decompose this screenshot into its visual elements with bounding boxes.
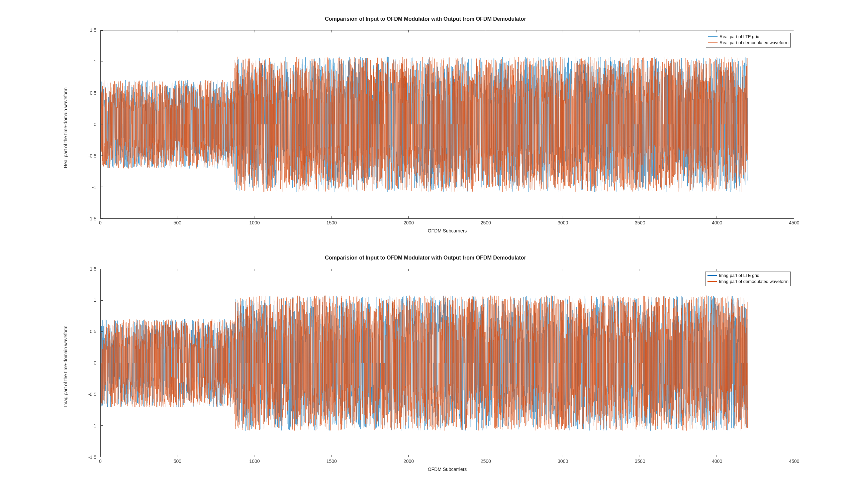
x-tick-label: 3500 bbox=[635, 458, 645, 464]
x-tick-mark bbox=[331, 31, 332, 33]
subplot-real: Comparision of Input to OFDM Modulator w… bbox=[40, 13, 811, 252]
plot-box-imag[interactable] bbox=[101, 269, 794, 457]
x-tick-mark bbox=[563, 216, 563, 218]
x-tick-mark bbox=[331, 269, 332, 271]
x-tick-label: 1500 bbox=[326, 220, 337, 226]
x-ticks-real: 050010001500200025003000350040004500 bbox=[101, 220, 794, 226]
x-tick-mark bbox=[409, 216, 409, 218]
y-tick-mark bbox=[101, 124, 102, 124]
y-ticks-real: -1.5-1-0.500.511.5 bbox=[80, 30, 98, 219]
x-tick-mark bbox=[794, 31, 794, 33]
x-tick-label: 2500 bbox=[481, 458, 491, 464]
ylabel-real: Real part of the time-domain waveform bbox=[63, 87, 68, 168]
plot-svg-imag bbox=[101, 269, 794, 457]
legend-entry[interactable]: Real part of demodulated waveform bbox=[708, 40, 789, 46]
y-tick-mark bbox=[101, 457, 102, 457]
legend-swatch bbox=[708, 42, 718, 43]
y-tick-label: 0.5 bbox=[80, 90, 96, 96]
x-tick-mark bbox=[639, 216, 640, 218]
y-tick-label: -1.5 bbox=[80, 454, 96, 460]
x-tick-mark bbox=[717, 216, 717, 218]
x-tick-label: 500 bbox=[174, 220, 181, 226]
x-tick-label: 1000 bbox=[249, 220, 259, 226]
x-tick-mark bbox=[486, 269, 486, 271]
x-tick-mark bbox=[255, 455, 255, 457]
y-tick-mark bbox=[101, 218, 102, 218]
y-tick-label: 1.5 bbox=[80, 28, 96, 33]
y-tick-label: 0 bbox=[80, 122, 96, 127]
y-tick-mark bbox=[101, 31, 102, 31]
legend-entry[interactable]: Imag part of demodulated waveform bbox=[707, 278, 789, 285]
y-tick-label: 1.5 bbox=[80, 266, 96, 272]
x-ticks-imag: 050010001500200025003000350040004500 bbox=[101, 458, 794, 465]
y-tick-mark bbox=[101, 156, 102, 156]
legend-label: Imag part of LTE grid bbox=[719, 273, 759, 278]
y-tick-label: 1 bbox=[80, 297, 96, 303]
figure-page: Comparision of Input to OFDM Modulator w… bbox=[0, 0, 851, 504]
x-tick-label: 3500 bbox=[635, 220, 645, 226]
x-tick-mark bbox=[717, 269, 717, 271]
y-tick-mark bbox=[101, 93, 102, 93]
plot-svg-real bbox=[101, 31, 794, 218]
x-tick-label: 1000 bbox=[249, 458, 259, 464]
x-tick-mark bbox=[486, 455, 486, 457]
x-tick-label: 4000 bbox=[712, 220, 722, 226]
y-tick-mark bbox=[101, 331, 102, 332]
x-tick-label: 500 bbox=[174, 458, 181, 464]
y-tick-label: -0.5 bbox=[80, 392, 96, 397]
legend-swatch bbox=[708, 36, 718, 37]
x-tick-label: 4500 bbox=[789, 458, 799, 464]
y-tick-label: 0 bbox=[80, 360, 96, 365]
y-tick-mark bbox=[101, 300, 102, 301]
x-tick-label: 3000 bbox=[558, 220, 568, 226]
plot-box-real[interactable] bbox=[101, 30, 794, 219]
legend-swatch bbox=[707, 281, 717, 282]
y-tick-mark bbox=[101, 363, 102, 363]
x-tick-mark bbox=[794, 455, 794, 457]
y-tick-label: 1 bbox=[80, 59, 96, 64]
x-tick-label: 0 bbox=[99, 220, 102, 226]
x-tick-label: 2500 bbox=[481, 220, 491, 226]
x-tick-label: 0 bbox=[99, 458, 102, 464]
y-tick-mark bbox=[101, 269, 102, 269]
legend-label: Imag part of demodulated waveform bbox=[719, 278, 789, 285]
x-tick-mark bbox=[178, 455, 178, 457]
x-tick-mark bbox=[563, 31, 563, 33]
x-tick-label: 4500 bbox=[789, 220, 799, 226]
y-tick-mark bbox=[101, 61, 102, 62]
x-tick-mark bbox=[717, 455, 717, 457]
x-tick-mark bbox=[409, 31, 409, 33]
legend-entry[interactable]: Imag part of LTE grid bbox=[707, 273, 789, 278]
axes-imag[interactable]: Imag part of the time-domain waveform -1… bbox=[80, 262, 801, 471]
x-tick-mark bbox=[563, 269, 563, 271]
x-tick-mark bbox=[794, 269, 794, 271]
x-tick-mark bbox=[717, 31, 717, 33]
ylabel-imag: Imag part of the time-domain waveform bbox=[63, 325, 68, 407]
subplot-imag-title: Comparision of Input to OFDM Modulator w… bbox=[40, 255, 811, 261]
legend-entry[interactable]: Real part of LTE grid bbox=[708, 34, 789, 40]
x-tick-mark bbox=[486, 216, 486, 218]
x-tick-mark bbox=[639, 31, 640, 33]
xlabel-imag: OFDM Subcarriers bbox=[101, 467, 794, 472]
axes-real[interactable]: Real part of the time-domain waveform -1… bbox=[80, 23, 801, 232]
x-tick-mark bbox=[331, 216, 332, 218]
x-tick-mark bbox=[178, 269, 178, 271]
x-tick-label: 4000 bbox=[712, 458, 722, 464]
y-tick-mark bbox=[101, 186, 102, 187]
legend-imag[interactable]: Imag part of LTE gridImag part of demodu… bbox=[705, 272, 791, 286]
y-tick-label: -1 bbox=[80, 185, 96, 190]
x-tick-label: 1500 bbox=[326, 458, 337, 464]
x-tick-label: 2000 bbox=[403, 220, 414, 226]
x-tick-label: 2000 bbox=[403, 458, 414, 464]
x-tick-mark bbox=[409, 269, 409, 271]
x-tick-mark bbox=[178, 31, 178, 33]
x-tick-mark bbox=[255, 216, 255, 218]
legend-real[interactable]: Real part of LTE gridReal part of demodu… bbox=[706, 33, 791, 48]
x-tick-mark bbox=[178, 216, 178, 218]
y-tick-label: -1 bbox=[80, 423, 96, 428]
x-tick-mark bbox=[794, 216, 794, 218]
x-tick-mark bbox=[639, 269, 640, 271]
subplot-real-title: Comparision of Input to OFDM Modulator w… bbox=[40, 16, 811, 22]
x-tick-mark bbox=[563, 455, 563, 457]
legend-label: Real part of demodulated waveform bbox=[720, 40, 789, 46]
